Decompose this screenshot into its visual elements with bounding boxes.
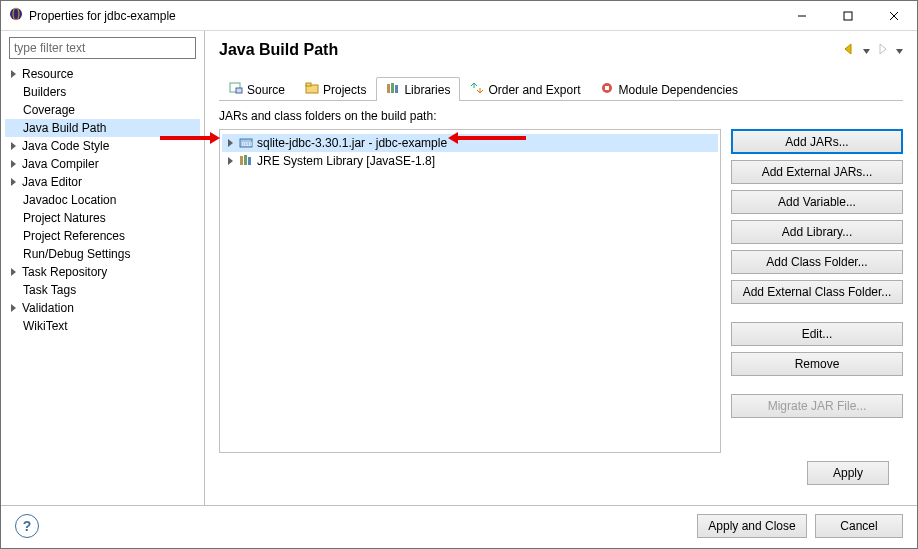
expand-icon[interactable] [228, 139, 233, 147]
svg-rect-10 [387, 84, 390, 93]
properties-dialog: Properties for jdbc-example type filter … [0, 0, 918, 549]
filter-input[interactable]: type filter text [9, 37, 196, 59]
expand-icon[interactable] [228, 157, 233, 165]
eclipse-icon [9, 7, 23, 24]
entry-label: JRE System Library [JavaSE-1.8] [257, 154, 435, 168]
tab-icon [386, 82, 400, 97]
add-variable-button[interactable]: Add Variable... [731, 190, 903, 214]
tab-source[interactable]: Source [219, 77, 295, 101]
forward-icon[interactable] [876, 43, 890, 58]
sidebar-item-label: Task Tags [23, 283, 76, 297]
svg-rect-19 [240, 156, 243, 165]
titlebar: Properties for jdbc-example [1, 1, 917, 31]
forward-menu-icon[interactable] [896, 43, 903, 57]
svg-point-0 [10, 8, 22, 20]
minimize-button[interactable] [779, 1, 825, 30]
back-menu-icon[interactable] [863, 43, 870, 57]
add-class-folder-button[interactable]: Add Class Folder... [731, 250, 903, 274]
sidebar-item-task-tags[interactable]: Task Tags [5, 281, 200, 299]
sidebar-item-label: Coverage [23, 103, 75, 117]
sidebar-item-coverage[interactable]: Coverage [5, 101, 200, 119]
tab-libraries[interactable]: Libraries [376, 77, 460, 101]
sidebar-item-label: Resource [22, 67, 73, 81]
sidebar-item-validation[interactable]: Validation [5, 299, 200, 317]
svg-rect-12 [395, 85, 398, 93]
add-jars-button[interactable]: Add JARs... [731, 129, 903, 154]
list-caption: JARs and class folders on the build path… [219, 109, 903, 123]
window-title: Properties for jdbc-example [29, 9, 176, 23]
edit-button[interactable]: Edit... [731, 322, 903, 346]
svg-rect-9 [306, 83, 311, 86]
button-column: Add JARs... Add External JARs... Add Var… [731, 129, 903, 453]
help-icon[interactable]: ? [15, 514, 39, 538]
sidebar-item-resource[interactable]: Resource [5, 65, 200, 83]
tab-projects[interactable]: Projects [295, 77, 376, 101]
tab-label: Source [247, 83, 285, 97]
sidebar-item-label: Task Repository [22, 265, 107, 279]
classpath-entry[interactable]: JRE System Library [JavaSE-1.8] [222, 152, 718, 170]
page-title: Java Build Path [219, 41, 843, 59]
sidebar-item-label: Javadoc Location [23, 193, 116, 207]
sidebar-item-project-natures[interactable]: Project Natures [5, 209, 200, 227]
tab-module-dependencies[interactable]: Module Dependencies [590, 77, 747, 101]
maximize-button[interactable] [825, 1, 871, 30]
add-external-class-folder-button[interactable]: Add External Class Folder... [731, 280, 903, 304]
sidebar-item-label: Validation [22, 301, 74, 315]
tab-icon [229, 82, 243, 97]
close-button[interactable] [871, 1, 917, 30]
sidebar-item-java-editor[interactable]: Java Editor [5, 173, 200, 191]
svg-rect-14 [605, 86, 609, 90]
svg-text:010: 010 [242, 141, 253, 147]
sidebar-item-run-debug-settings[interactable]: Run/Debug Settings [5, 245, 200, 263]
add-external-jars-button[interactable]: Add External JARs... [731, 160, 903, 184]
sidebar-item-label: Java Editor [22, 175, 82, 189]
tab-order-and-export[interactable]: Order and Export [460, 77, 590, 101]
sidebar-item-java-code-style[interactable]: Java Code Style [5, 137, 200, 155]
cancel-button[interactable]: Cancel [815, 514, 903, 538]
entry-label: sqlite-jdbc-3.30.1.jar - jdbc-example [257, 136, 447, 150]
sidebar-item-label: Run/Debug Settings [23, 247, 130, 261]
entry-icon [239, 154, 253, 169]
apply-button[interactable]: Apply [807, 461, 889, 485]
svg-rect-21 [248, 157, 251, 165]
svg-rect-11 [391, 83, 394, 93]
sidebar-item-builders[interactable]: Builders [5, 83, 200, 101]
tab-label: Order and Export [488, 83, 580, 97]
dialog-footer: ? Apply and Close Cancel [1, 506, 917, 548]
tab-icon [470, 82, 484, 97]
property-tree: ResourceBuildersCoverageJava Build PathJ… [1, 65, 204, 335]
sidebar: type filter text ResourceBuildersCoverag… [1, 31, 205, 505]
apply-and-close-button[interactable]: Apply and Close [697, 514, 807, 538]
tab-icon [305, 82, 319, 97]
remove-button[interactable]: Remove [731, 352, 903, 376]
entry-icon: 010 [239, 136, 253, 151]
classpath-entry[interactable]: 010sqlite-jdbc-3.30.1.jar - jdbc-example [222, 134, 718, 152]
sidebar-item-task-repository[interactable]: Task Repository [5, 263, 200, 281]
migrate-jar-button: Migrate JAR File... [731, 394, 903, 418]
sidebar-item-wikitext[interactable]: WikiText [5, 317, 200, 335]
sidebar-item-label: WikiText [23, 319, 68, 333]
sidebar-item-label: Builders [23, 85, 66, 99]
sidebar-item-label: Java Code Style [22, 139, 109, 153]
sidebar-item-label: Java Compiler [22, 157, 99, 171]
tab-icon [600, 82, 614, 97]
tab-label: Libraries [404, 83, 450, 97]
classpath-list[interactable]: 010sqlite-jdbc-3.30.1.jar - jdbc-example… [219, 129, 721, 453]
sidebar-item-label: Java Build Path [23, 121, 106, 135]
sidebar-item-java-compiler[interactable]: Java Compiler [5, 155, 200, 173]
main-panel: Java Build Path SourceProjectsLibrariesO… [205, 31, 917, 505]
add-library-button[interactable]: Add Library... [731, 220, 903, 244]
sidebar-item-project-references[interactable]: Project References [5, 227, 200, 245]
tab-bar: SourceProjectsLibrariesOrder and ExportM… [219, 75, 903, 101]
sidebar-item-javadoc-location[interactable]: Javadoc Location [5, 191, 200, 209]
svg-rect-7 [236, 88, 242, 93]
tab-label: Module Dependencies [618, 83, 737, 97]
sidebar-item-label: Project Natures [23, 211, 106, 225]
sidebar-item-java-build-path[interactable]: Java Build Path [5, 119, 200, 137]
tab-label: Projects [323, 83, 366, 97]
sidebar-item-label: Project References [23, 229, 125, 243]
svg-rect-3 [844, 12, 852, 20]
svg-rect-20 [244, 155, 247, 165]
back-icon[interactable] [843, 43, 857, 58]
